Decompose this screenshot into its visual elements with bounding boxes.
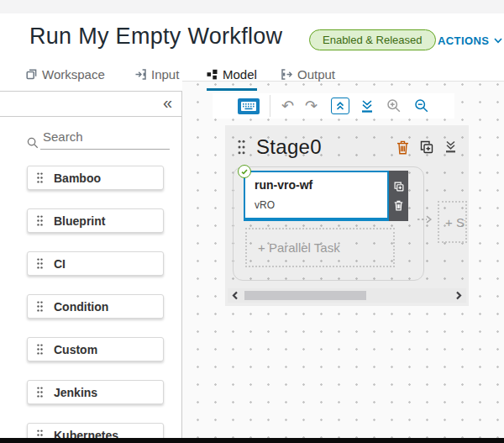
task-type-label: CI — [54, 257, 66, 271]
tab-output[interactable]: Output — [281, 67, 335, 88]
model-icon — [207, 69, 218, 80]
page-title: Run My Empty Workflow — [29, 24, 282, 50]
sidebar-header: « — [0, 92, 181, 117]
stage-horizontal-scrollbar[interactable] — [228, 288, 466, 303]
task-actions-bar — [389, 171, 408, 221]
tab-output-label: Output — [297, 67, 335, 82]
drag-handle-icon[interactable] — [37, 172, 43, 183]
drag-handle-icon[interactable] — [37, 430, 43, 438]
stage-drag-handle-icon[interactable] — [238, 140, 245, 155]
task-type-label: Custom — [54, 343, 97, 356]
task-type: vRO — [255, 199, 379, 211]
task-card[interactable]: run-vro-wf vRO — [244, 171, 389, 221]
clone-stage-button[interactable] — [420, 140, 433, 154]
stage-name[interactable]: Stage0 — [256, 135, 322, 159]
task-type-label: Bamboo — [54, 171, 101, 185]
task-type-item[interactable]: Condition — [27, 294, 164, 319]
actions-button[interactable]: ACTIONS — [438, 34, 502, 47]
status-badge: Enabled & Released — [309, 29, 436, 50]
keyboard-icon — [241, 102, 256, 111]
search-input[interactable] — [40, 129, 170, 150]
stage-panel: Stage0 run-vro-wf vRO + Parallel Task — [225, 125, 469, 306]
task-type-label: Condition — [54, 300, 108, 314]
chevrons-up-icon — [335, 101, 345, 111]
tab-input[interactable]: Input — [135, 67, 179, 88]
tab-model-label: Model — [223, 67, 257, 82]
scroll-left-arrow[interactable] — [232, 291, 239, 300]
clone-task-button[interactable] — [394, 182, 404, 192]
input-icon — [135, 69, 146, 80]
search-row — [27, 129, 170, 150]
toolbar-divider — [270, 95, 270, 117]
drag-handle-icon[interactable] — [37, 258, 43, 269]
collapse-stage-button[interactable] — [444, 140, 457, 154]
add-stage-label: + Stage — [445, 215, 467, 229]
output-icon — [281, 69, 292, 80]
undo-button[interactable]: ↶ — [281, 98, 294, 113]
actions-button-label: ACTIONS — [438, 34, 489, 47]
scroll-right-arrow[interactable] — [455, 291, 462, 300]
tab-input-label: Input — [151, 67, 179, 82]
search-icon — [27, 137, 39, 150]
add-stage-button[interactable]: + Stage — [438, 201, 467, 243]
zoom-out-button[interactable] — [414, 98, 429, 113]
delete-stage-button[interactable] — [396, 140, 409, 155]
keyboard-shortcuts-button[interactable] — [238, 98, 260, 114]
pipeline-model-canvas[interactable]: ↶ ↷ Stage0 run-vro-wf vRO — [182, 81, 504, 438]
add-parallel-task-button[interactable]: + Parallel Task — [245, 228, 395, 267]
task-valid-icon — [238, 165, 251, 178]
drag-handle-icon[interactable] — [37, 301, 43, 312]
collapse-all-button[interactable] — [331, 98, 349, 114]
chevron-down-icon — [494, 38, 502, 44]
stage-connector-arrow-icon — [417, 214, 433, 224]
task-type-label: Jenkins — [54, 386, 97, 399]
collapse-sidebar-button[interactable]: « — [163, 92, 172, 113]
drag-handle-icon[interactable] — [37, 215, 43, 226]
task-type-item[interactable]: Jenkins — [27, 380, 164, 404]
zoom-in-button[interactable] — [386, 98, 402, 113]
window-top-strip — [0, 0, 504, 13]
tab-workspace-label: Workspace — [42, 67, 105, 82]
redo-button[interactable]: ↷ — [305, 98, 318, 113]
workspace-icon — [26, 69, 37, 80]
task-type-item[interactable]: Blueprint — [27, 208, 164, 233]
task-type-item[interactable]: Custom — [27, 337, 164, 361]
tab-model[interactable]: Model — [207, 67, 257, 91]
scrollbar-thumb[interactable] — [244, 291, 366, 300]
task-type-item[interactable]: Kubernetes — [27, 423, 164, 438]
window-bottom-bar — [0, 438, 504, 443]
drag-handle-icon[interactable] — [37, 344, 43, 355]
task-type-label: Kubernetes — [54, 429, 118, 439]
add-parallel-task-label: + Parallel Task — [258, 240, 340, 255]
task-type-label: Blueprint — [54, 214, 105, 228]
tab-workspace[interactable]: Workspace — [26, 67, 105, 88]
task-type-item[interactable]: CI — [27, 251, 164, 276]
task-type-list: Bamboo Blueprint CI Condition Custom — [27, 166, 164, 438]
expand-all-button[interactable] — [360, 99, 374, 113]
canvas-toolbar: ↶ ↷ — [213, 93, 454, 119]
drag-handle-icon[interactable] — [37, 387, 43, 398]
task-name: run-vro-wf — [255, 178, 379, 192]
stage-header: Stage0 — [225, 125, 469, 159]
task-palette-sidebar: « Bamboo Blueprint CI Condition — [0, 91, 182, 438]
delete-task-button[interactable] — [394, 200, 403, 211]
task-type-item[interactable]: Bamboo — [27, 166, 164, 190]
task-node[interactable]: run-vro-wf vRO — [244, 171, 408, 221]
